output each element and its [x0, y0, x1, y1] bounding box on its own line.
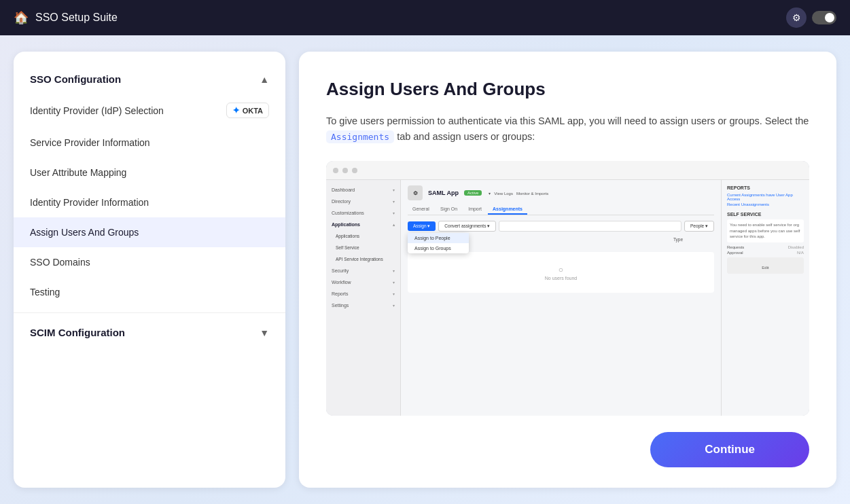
mockup-edit-label: Edit	[762, 266, 768, 270]
mockup-col-type: Type	[673, 237, 714, 242]
mockup-requests-value: Disabled	[788, 245, 804, 249]
mockup-app-title: SAML App	[428, 190, 459, 196]
sidebar-item-idp-selection[interactable]: Identity Provider (IdP) Selection ✦ OKTA	[14, 93, 285, 128]
home-icon[interactable]: 🏠	[14, 10, 29, 25]
mockup-sidebar-security: Security ▾	[326, 265, 400, 276]
topbar-left: 🏠 SSO Setup Suite	[14, 10, 118, 25]
okta-star-icon: ✦	[232, 105, 240, 115]
mockup-tab-import: Import	[463, 204, 486, 215]
mockup-tab-sign-on: Sign On	[436, 204, 462, 215]
mockup-self-service-desc: You need to enable self service for org …	[727, 219, 804, 242]
mockup-status-actions: ▾ View Logs Monitor & Imports	[489, 191, 548, 196]
mockup-people-btn: People ▾	[684, 221, 714, 232]
sidebar-item-testing[interactable]: Testing	[14, 277, 285, 307]
mockup-convert-btn: Convert assignments ▾	[438, 221, 496, 232]
sso-section-title: SSO Configuration	[30, 73, 121, 85]
mockup-report-item-1: Current Assignments have User App Access	[727, 193, 804, 201]
mockup-dropdown-assign-groups: Assign to Groups	[408, 243, 469, 253]
description-text-1: To give users permission to authenticate…	[326, 115, 809, 126]
mockup-sidebar-directory: Directory ▾	[326, 196, 400, 207]
sidebar-item-label-idp-selection: Identity Provider (IdP) Selection	[30, 105, 164, 116]
mockup-sidebar-settings: Settings ▾	[326, 300, 400, 311]
mockup-sidebar-workflow: Workflow ▾	[326, 276, 400, 288]
sidebar-item-label-testing: Testing	[30, 287, 60, 298]
mockup-sidebar-self-service: Self Service	[326, 242, 400, 253]
mockup-right-panel: REPORTS Current Assignments have User Ap…	[721, 180, 809, 416]
mockup-sidebar: Dashboard ▾ Directory ▾ Customizations ▾…	[326, 180, 401, 416]
mockup-tab-assignments: Assignments	[488, 204, 527, 215]
mockup-app-header: ⚙ SAML App Active ▾ View Logs Monitor & …	[408, 185, 714, 200]
sidebar-item-label-user-attr: User Attribute Mapping	[30, 167, 126, 178]
mockup-self-service: SELF SERVICE You need to enable self ser…	[727, 212, 804, 273]
mockup-sidebar-customizations: Customizations ▾	[326, 207, 400, 219]
continue-area: Continue	[326, 432, 809, 467]
mockup-body: Dashboard ▾ Directory ▾ Customizations ▾…	[326, 180, 809, 416]
sidebar-item-assign-users[interactable]: Assign Users And Groups	[14, 217, 285, 247]
assignments-link[interactable]: Assignments	[326, 130, 394, 143]
screenshot-mockup: Dashboard ▾ Directory ▾ Customizations ▾…	[326, 161, 809, 416]
mockup-sidebar-applications-sub: Applications	[326, 230, 400, 242]
description-text-2: tab and assign users or groups:	[397, 131, 535, 142]
scim-section-title: SCIM Configuration	[30, 327, 125, 338]
okta-badge: ✦ OKTA	[226, 103, 269, 118]
mockup-dropdown: Assign to People Assign to Groups	[408, 233, 469, 253]
sso-section-chevron: ▲	[260, 74, 269, 85]
sidebar-divider	[14, 312, 285, 313]
mockup-empty-text: No users found	[545, 276, 577, 281]
mockup-empty-table: ○ No users found	[408, 252, 714, 293]
mockup-actions: Assign ▾ Convert assignments ▾ People ▾ …	[408, 221, 714, 232]
content-panel: Assign Users And Groups To give users pe…	[299, 52, 836, 488]
mockup-edit-btn: Edit	[727, 257, 804, 274]
theme-toggle[interactable]	[812, 11, 836, 24]
mockup-sidebar-dashboard: Dashboard ▾	[326, 184, 400, 196]
sidebar-item-sso-domains[interactable]: SSO Domains	[14, 247, 285, 277]
sso-section-header[interactable]: SSO Configuration ▲	[14, 65, 285, 93]
mockup-sidebar-api-integrations: API Service Integrations	[326, 253, 400, 265]
topbar-right: ⚙	[786, 7, 836, 28]
sidebar-item-label-sp-info: Service Provider Information	[30, 137, 150, 148]
sidebar-item-sp-info[interactable]: Service Provider Information	[14, 128, 285, 158]
mockup-reports-title: REPORTS	[727, 185, 804, 190]
continue-button[interactable]: Continue	[650, 432, 809, 467]
mockup-empty-icon: ○	[545, 265, 577, 274]
sidebar-item-label-sso-domains: SSO Domains	[30, 257, 90, 268]
mockup-approval-label: Approval	[727, 251, 743, 255]
app-title: SSO Setup Suite	[35, 12, 118, 24]
mockup-approval-value: N/A	[797, 251, 804, 255]
mockup-sidebar-reports: Reports ▾	[326, 288, 400, 300]
settings-icon[interactable]: ⚙	[786, 7, 807, 28]
mockup-status-badge: Active	[464, 190, 482, 196]
mockup-app-icon: ⚙	[408, 185, 423, 200]
mockup-tabs: General Sign On Import Assignments	[408, 204, 714, 215]
sidebar-item-label-assign-users: Assign Users And Groups	[30, 227, 139, 238]
mockup-topbar	[326, 161, 809, 180]
sidebar-item-user-attr[interactable]: User Attribute Mapping	[14, 158, 285, 187]
mockup-requests-row: Requests Disabled	[727, 245, 804, 249]
topbar: 🏠 SSO Setup Suite ⚙	[0, 0, 850, 35]
main-area: SSO Configuration ▲ Identity Provider (I…	[0, 35, 850, 504]
scim-section-chevron: ▼	[260, 327, 269, 338]
mockup-dot-2	[342, 168, 348, 173]
content-description: To give users permission to authenticate…	[326, 113, 809, 145]
okta-badge-label: OKTA	[243, 107, 263, 115]
mockup-dropdown-assign-people: Assign to People	[408, 233, 469, 243]
sidebar-item-label-idp-info: Identity Provider Information	[30, 197, 149, 208]
sidebar: SSO Configuration ▲ Identity Provider (I…	[14, 52, 285, 488]
sidebar-item-idp-info[interactable]: Identity Provider Information	[14, 187, 285, 217]
page-title: Assign Users And Groups	[326, 79, 809, 100]
mockup-search	[499, 221, 681, 232]
scim-section-header[interactable]: SCIM Configuration ▼	[14, 319, 285, 346]
mockup-self-service-title: SELF SERVICE	[727, 212, 804, 217]
mockup-main: ⚙ SAML App Active ▾ View Logs Monitor & …	[401, 180, 721, 416]
mockup-dot-1	[333, 168, 338, 173]
mockup-no-users-container: ○ No users found	[545, 265, 577, 281]
mockup-assign-btn: Assign ▾	[408, 221, 436, 231]
mockup-sidebar-applications: Applications ▴	[326, 219, 400, 230]
mockup-approval-row: Approval N/A	[727, 251, 804, 255]
mockup-report-item-2: Recent Unassignments	[727, 202, 804, 206]
mockup-tab-general: General	[408, 204, 434, 215]
mockup-requests-label: Requests	[727, 245, 744, 249]
mockup-dot-3	[352, 168, 357, 173]
